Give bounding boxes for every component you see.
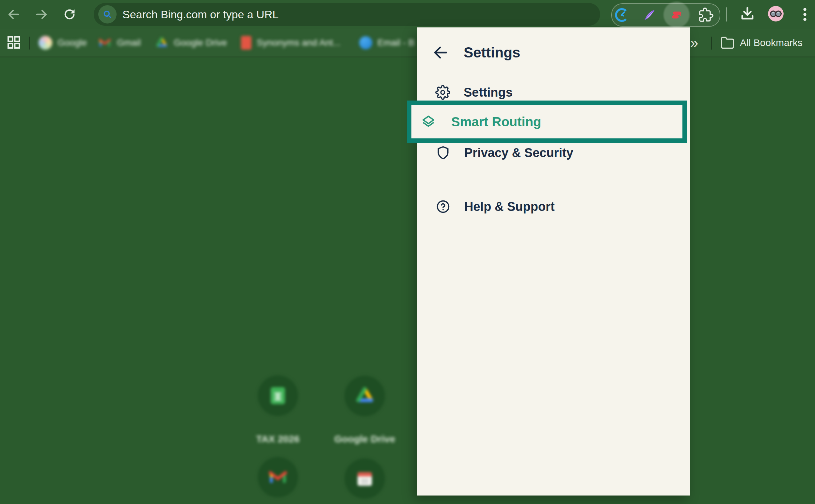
menu-item-label: Settings	[464, 86, 513, 100]
browser-menu-button[interactable]	[797, 6, 812, 23]
bookmark-google[interactable]: Google	[39, 29, 87, 56]
menu-item-settings[interactable]: Settings	[432, 82, 513, 102]
browser-window: Search Bing.com or type a URL	[0, 0, 815, 504]
bookmark-gmail[interactable]: Gmail	[98, 29, 141, 56]
apps-grid-button[interactable]	[6, 35, 22, 50]
popup-back-button[interactable]	[432, 43, 451, 62]
toolbar-separator	[726, 7, 727, 22]
extensions-puzzle-icon[interactable]	[698, 7, 714, 23]
forward-arrow-icon	[34, 7, 49, 22]
bookmarks-separator-right	[711, 37, 712, 50]
bookmark-email[interactable]: Email - B	[359, 29, 415, 56]
back-arrow-icon	[6, 7, 22, 22]
shortcut-tax-spreadsheet[interactable]	[258, 375, 298, 416]
gear-icon	[435, 85, 450, 100]
profile-avatar[interactable]	[767, 5, 784, 22]
menu-item-smart-routing-selected[interactable]: Smart Routing	[407, 101, 687, 143]
avatar-sunglasses-icon	[767, 5, 784, 22]
popup-header: Settings	[432, 42, 520, 63]
all-bookmarks-button[interactable]: All Bookmarks	[720, 29, 803, 56]
folder-icon	[720, 36, 735, 50]
menu-item-label: Smart Routing	[451, 115, 541, 129]
back-button[interactable]	[6, 7, 22, 22]
feather-extension-icon[interactable]	[642, 7, 658, 23]
help-icon	[436, 199, 450, 214]
browser-toolbar: Search Bing.com or type a URL	[0, 0, 815, 29]
apps-grid-icon	[6, 35, 22, 50]
bookmarks-separator	[29, 37, 30, 50]
bookmark-google-drive[interactable]: Google Drive	[155, 29, 227, 56]
drive-icon	[354, 385, 376, 407]
shortcut-gmail[interactable]	[258, 457, 298, 497]
forward-button[interactable]	[34, 7, 49, 22]
downloads-button[interactable]	[739, 5, 756, 23]
shortcut-label-drive: Google Drive	[319, 433, 410, 445]
extensions-pill	[611, 3, 720, 27]
bookmarks-bar: Google Gmail Google Drive Synonyms and A…	[0, 29, 815, 57]
all-bookmarks-label: All Bookmarks	[740, 37, 803, 48]
clock-extension-icon[interactable]	[614, 7, 629, 23]
gmail-favicon	[98, 36, 112, 50]
shortcut-google-drive[interactable]	[344, 376, 385, 416]
download-icon	[739, 5, 756, 23]
gmail-icon	[267, 467, 288, 488]
reload-button[interactable]	[62, 7, 77, 22]
menu-item-privacy-security[interactable]: Privacy & Security	[432, 143, 573, 163]
url-text: Search Bing.com or type a URL	[122, 8, 279, 21]
shield-icon	[436, 146, 450, 160]
google-favicon	[39, 36, 52, 50]
popup-title: Settings	[464, 44, 520, 61]
spreadsheet-icon	[267, 385, 289, 406]
bookmark-synonyms[interactable]: Synonyms and Ant...	[241, 29, 341, 56]
shortcut-calendar[interactable]	[344, 458, 385, 499]
layers-icon	[421, 114, 436, 130]
shortcut-label-tax: TAX 2026	[232, 433, 324, 445]
three-dot-menu-icon	[797, 6, 812, 23]
reload-icon	[62, 7, 77, 22]
vpn-extension-icon[interactable]	[669, 7, 684, 23]
drive-favicon	[155, 36, 168, 50]
red-site-favicon	[241, 36, 251, 50]
calendar-icon	[355, 468, 375, 489]
blue-site-favicon	[359, 36, 372, 49]
back-arrow-icon	[432, 44, 451, 61]
search-icon	[98, 5, 117, 24]
menu-item-label: Privacy & Security	[464, 146, 573, 160]
extension-settings-popup: Settings Settings Smart Routing Privacy …	[417, 27, 690, 496]
menu-item-label: Help & Support	[464, 200, 555, 214]
address-bar[interactable]: Search Bing.com or type a URL	[94, 3, 600, 26]
menu-item-help-support[interactable]: Help & Support	[432, 197, 555, 217]
